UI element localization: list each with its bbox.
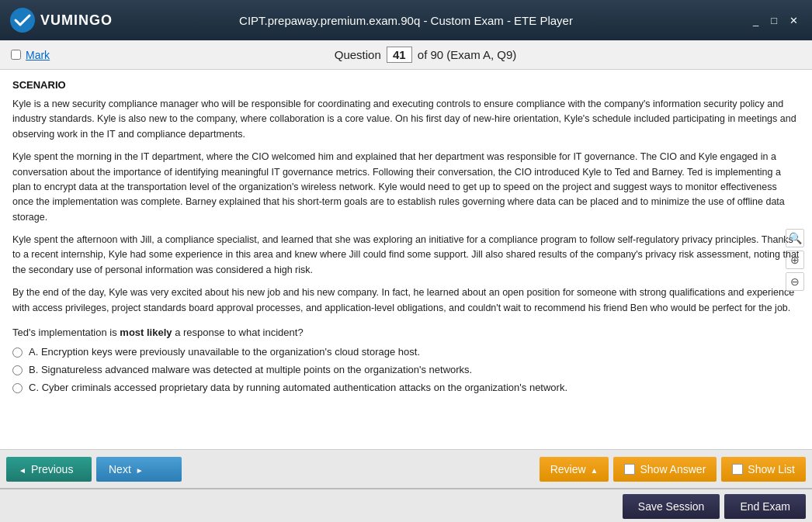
search-icon-button[interactable]: 🔍 (786, 229, 804, 247)
maximize-button[interactable]: □ (766, 13, 782, 28)
next-arrow-icon (136, 463, 144, 475)
toolbar: Mark Question 41 of 90 (Exam A, Q9) (0, 40, 812, 70)
zoom-in-icon-button[interactable]: ⊕ (786, 251, 804, 269)
scenario-paragraph-4: By the end of the day, Kyle was very exc… (12, 285, 800, 316)
end-bar: Save Session End Exam (0, 489, 812, 522)
end-exam-button[interactable]: End Exam (724, 494, 806, 519)
mark-checkbox[interactable]: Mark (11, 49, 50, 61)
logo: VUMINGO (9, 7, 113, 33)
review-label: Review (550, 463, 586, 475)
previous-arrow-icon (19, 463, 26, 475)
answer-label-a: A. Encryption keys were previously unava… (29, 346, 420, 358)
minimize-button[interactable]: _ (748, 13, 763, 28)
review-button[interactable]: Review (540, 457, 609, 482)
previous-button[interactable]: Previous (6, 457, 92, 482)
next-label: Next (109, 463, 131, 475)
answer-option-b[interactable]: B. Signatureless advanced malware was de… (12, 364, 800, 375)
review-arrow-icon (591, 463, 599, 475)
question-text: Ted's implementation is most likely a re… (12, 327, 800, 338)
zoom-out-icon-button[interactable]: ⊖ (786, 272, 804, 291)
save-session-button[interactable]: Save Session (623, 494, 720, 519)
window-title: CIPT.prepaway.premium.exam.90q - Custom … (239, 14, 573, 27)
close-button[interactable]: ✕ (785, 13, 803, 28)
show-answer-checkbox-icon (624, 464, 635, 475)
answer-radio-a[interactable] (12, 347, 23, 358)
previous-label: Previous (31, 463, 73, 475)
question-of-total: of 90 (Exam A, Q9) (418, 48, 517, 61)
content-area: SCENARIO Kyle is a new security complian… (0, 70, 812, 450)
show-answer-label: Show Answer (640, 463, 706, 475)
brand-name: VUMINGO (40, 12, 113, 29)
answer-label-c: C. Cyber criminals accessed proprietary … (29, 382, 567, 393)
save-session-label: Save Session (638, 500, 705, 513)
answer-option-c[interactable]: C. Cyber criminals accessed proprietary … (12, 382, 800, 393)
question-number: 41 (387, 47, 412, 63)
answer-radio-b[interactable] (12, 365, 23, 375)
answer-radio-c[interactable] (12, 383, 23, 393)
title-bar: VUMINGO CIPT.prepaway.premium.exam.90q -… (0, 0, 812, 40)
scenario-heading: SCENARIO (12, 79, 800, 91)
question-info: Question 41 of 90 (Exam A, Q9) (335, 47, 517, 63)
show-list-checkbox-icon (732, 464, 743, 475)
show-list-button[interactable]: Show List (721, 457, 806, 482)
next-button[interactable]: Next (96, 457, 182, 482)
mark-label[interactable]: Mark (26, 49, 50, 61)
end-exam-label: End Exam (740, 500, 790, 513)
scenario-paragraph-2: Kyle spent the morning in the IT departm… (12, 150, 800, 225)
scenario-paragraph-3: Kyle spent the afternoon with Jill, a co… (12, 233, 800, 278)
window-controls: _ □ ✕ (748, 13, 803, 28)
answer-label-b: B. Signatureless advanced malware was de… (29, 364, 472, 375)
svg-point-0 (10, 8, 35, 33)
mark-checkbox-input[interactable] (11, 50, 21, 60)
show-answer-button[interactable]: Show Answer (613, 457, 717, 482)
show-list-label: Show List (748, 463, 795, 475)
answer-option-a[interactable]: A. Encryption keys were previously unava… (12, 346, 800, 358)
question-label: Question (335, 48, 381, 61)
side-icons: 🔍 ⊕ ⊖ (786, 229, 804, 291)
scenario-paragraph-1: Kyle is a new security compliance manage… (12, 97, 800, 142)
nav-bar: Previous Next Review Show Answer Show Li… (0, 450, 812, 489)
